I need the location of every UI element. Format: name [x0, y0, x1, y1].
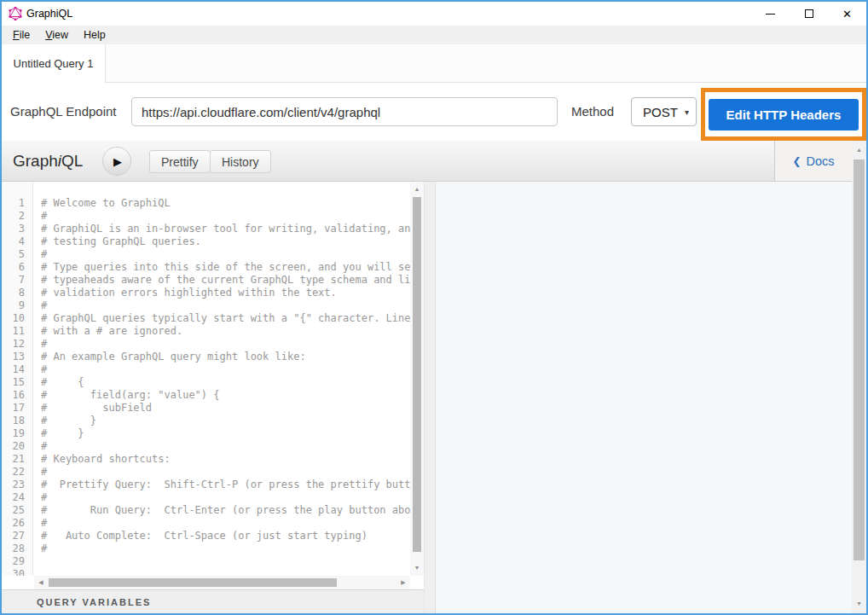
- maximize-icon: [805, 9, 813, 18]
- code-line: #: [41, 299, 410, 312]
- minimize-icon: [766, 14, 775, 15]
- line-number: 8: [2, 287, 32, 299]
- method-select[interactable]: POST ▾: [631, 97, 697, 126]
- line-number: 11: [2, 325, 32, 338]
- line-number: 14: [2, 363, 32, 376]
- line-number: 10: [2, 312, 32, 325]
- code-line: # field(arg: "value") {: [41, 389, 410, 402]
- editor-scroll-up-icon[interactable]: ▲: [410, 183, 424, 195]
- menu-item-help[interactable]: Help: [78, 27, 111, 43]
- editor-scroll-left-icon[interactable]: ◀: [36, 576, 46, 589]
- code-line: #: [41, 491, 410, 504]
- line-number: 28: [2, 542, 32, 555]
- line-number: 6: [2, 261, 32, 274]
- line-number: 21: [2, 453, 32, 466]
- close-button[interactable]: ✕: [828, 2, 866, 26]
- query-editor: 1234567891011121314151617181920212223242…: [2, 182, 424, 589]
- code-line: # subField: [41, 402, 410, 415]
- line-number: 18: [2, 415, 32, 427]
- line-number: 1: [2, 197, 32, 210]
- menu-item-view[interactable]: View: [40, 27, 73, 43]
- edit-http-headers-button[interactable]: Edit HTTP Headers: [709, 99, 859, 131]
- line-number: 19: [2, 427, 32, 440]
- result-pane: [436, 182, 852, 613]
- line-number: 13: [2, 351, 32, 363]
- code-line: [41, 555, 410, 568]
- code-line: # GraphQL queries typically start with a…: [41, 312, 410, 325]
- history-button[interactable]: History: [210, 150, 271, 173]
- code-line: #: [41, 210, 410, 223]
- editor-scroll-right-icon[interactable]: ▶: [398, 576, 408, 589]
- line-number: 2: [2, 210, 32, 223]
- editor-hscrollbar-thumb[interactable]: [49, 578, 337, 587]
- maximize-button[interactable]: [790, 2, 828, 26]
- code-line: # An example GraphQL query might look li…: [41, 351, 410, 363]
- prettify-button[interactable]: Prettify: [149, 150, 211, 173]
- logo-part: QL: [61, 152, 83, 170]
- menu-bar: File View Help: [2, 26, 866, 44]
- chevron-left-icon: ❮: [792, 155, 801, 167]
- line-number: 9: [2, 299, 32, 312]
- code-line: # Prettify Query: Shift-Ctrl-P (or press…: [41, 479, 410, 491]
- editor-code[interactable]: # Welcome to GraphiQL## GraphiQL is an i…: [34, 182, 410, 576]
- line-number: 17: [2, 402, 32, 415]
- code-line: #: [41, 440, 410, 453]
- play-icon: ▶: [113, 156, 122, 167]
- line-number: 4: [2, 235, 32, 248]
- code-line: #: [41, 338, 410, 351]
- graphiql-logo: GraphiQL: [13, 141, 83, 182]
- tab-untitled-query[interactable]: Untitled Query 1: [2, 44, 106, 83]
- app-vertical-scrollbar[interactable]: ▲ ▼: [852, 141, 866, 613]
- window-title: GraphiQL: [26, 2, 72, 26]
- code-line: # with a # are ignored.: [41, 325, 410, 338]
- title-bar: GraphiQL ✕: [2, 2, 866, 26]
- graphiql-toolbar: GraphiQL ▶ Prettify History: [2, 141, 774, 182]
- editor-vertical-scrollbar[interactable]: ▲ ▼: [410, 182, 424, 576]
- code-line: # {: [41, 376, 410, 389]
- line-number: 15: [2, 376, 32, 389]
- docs-label: Docs: [807, 154, 835, 168]
- code-line: # Auto Complete: Ctrl-Space (or just sta…: [41, 530, 410, 542]
- scroll-up-icon[interactable]: ▲: [852, 144, 866, 156]
- menu-item-file[interactable]: File: [8, 27, 35, 43]
- code-line: # testing GraphQL queries.: [41, 235, 410, 248]
- line-number: 29: [2, 555, 32, 568]
- code-line: # typeaheads aware of the current GraphQ…: [41, 274, 410, 287]
- line-number: 24: [2, 491, 32, 504]
- line-number: 26: [2, 517, 32, 530]
- code-line: # Type queries into this side of the scr…: [41, 261, 410, 274]
- endpoint-input[interactable]: [131, 97, 558, 126]
- editor-scroll-down-icon[interactable]: ▼: [410, 562, 424, 574]
- line-number: 30: [2, 568, 32, 576]
- line-number: 22: [2, 466, 32, 479]
- code-line: # }: [41, 415, 410, 427]
- editor-horizontal-scrollbar[interactable]: ◀ ▶: [34, 576, 410, 589]
- minimize-button[interactable]: [751, 2, 790, 26]
- close-icon: ✕: [842, 9, 852, 20]
- editor-vscrollbar-thumb[interactable]: [413, 197, 421, 552]
- line-number: 27: [2, 530, 32, 542]
- line-number: 20: [2, 440, 32, 453]
- code-line: # }: [41, 427, 410, 440]
- app-scrollbar-thumb[interactable]: [854, 160, 865, 560]
- code-line: # GraphiQL is an in-browser tool for wri…: [41, 223, 410, 235]
- query-variables-title: QUERY VARIABLES: [37, 597, 151, 607]
- code-line: #: [41, 248, 410, 261]
- docs-toggle[interactable]: ❮ Docs: [774, 141, 852, 182]
- app-window: GraphiQL ✕ File View Help Untitled Query…: [0, 0, 868, 615]
- query-variables-bar[interactable]: QUERY VARIABLES: [2, 589, 424, 613]
- code-line: # Run Query: Ctrl-Enter (or press the pl…: [41, 504, 410, 517]
- code-line: #: [41, 542, 410, 555]
- graphql-logo-icon: [9, 7, 22, 20]
- pane-divider[interactable]: [424, 182, 436, 613]
- code-line: [41, 568, 410, 576]
- line-number: 23: [2, 479, 32, 491]
- scroll-down-icon[interactable]: ▼: [852, 598, 866, 610]
- code-line: #: [41, 363, 410, 376]
- caret-down-icon: ▾: [685, 107, 696, 117]
- logo-part: Graph: [13, 152, 58, 170]
- method-label: Method: [571, 83, 614, 141]
- execute-query-button[interactable]: ▶: [102, 147, 131, 176]
- editor-gutter: 1234567891011121314151617181920212223242…: [2, 182, 33, 576]
- code-line: # validation errors highlighted within t…: [41, 287, 410, 299]
